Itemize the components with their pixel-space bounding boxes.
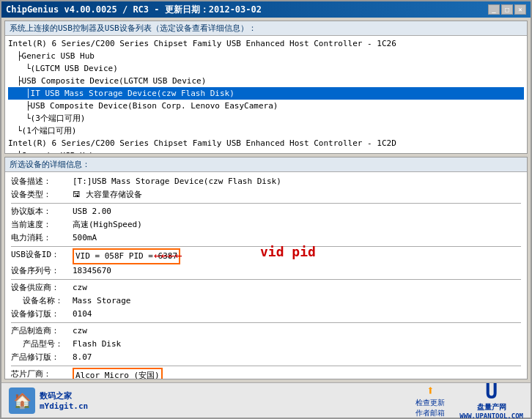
- update-icon: ⬆: [426, 382, 435, 398]
- email-label: 作者邮箱: [415, 408, 445, 418]
- list-item[interactable]: ├Generic USB Hub: [8, 149, 524, 153]
- device-list-header: 系统上连接的USB控制器及USB设备列表（选定设备查看详细信息）：: [5, 21, 527, 36]
- info-row-prod-rev: 产品修订版： 8.07: [11, 351, 521, 364]
- main-window: ChipGenius v4.00.0025 / RC3 - 更新日期：2012-…: [0, 0, 532, 419]
- info-row-serial: 设备序列号： 18345670: [11, 264, 521, 278]
- footer-update-item: ⬆ 检查更新 作者邮箱: [415, 382, 445, 418]
- list-item[interactable]: ├USB Composite Device(Bison Corp. Lenovo…: [8, 100, 524, 112]
- list-item[interactable]: Intel(R) 6 Series/C200 Series Chipset Fa…: [8, 137, 524, 149]
- info-label-model: 产品型号：: [11, 338, 70, 351]
- info-row-devname: 设备名称： Mass Storage: [11, 294, 521, 308]
- info-value-desc: [T:]USB Mass Storage Device(czw Flash Di…: [73, 175, 281, 188]
- info-label-revision: 设备修订版：: [11, 308, 70, 321]
- info-row-protocol: 协议版本： USB 2.00: [11, 205, 521, 218]
- list-item[interactable]: └(3个端口可用): [8, 112, 524, 125]
- list-item[interactable]: └(1个端口可用): [8, 125, 524, 137]
- info-label-power: 电力消耗：: [11, 231, 70, 245]
- vid-pid-annotation: vid pid: [260, 245, 316, 259]
- list-item[interactable]: Intel(R) 6 Series/C200 Series Chipset Fa…: [8, 37, 524, 50]
- footer-brand-right: U 盘量产网 WWW.UPANTOOL.COM: [459, 382, 523, 420]
- footer-site-url: mYdigit.cn: [40, 401, 88, 411]
- update-label: 检查更新: [415, 398, 445, 408]
- info-label-desc: 设备描述：: [11, 175, 70, 188]
- info-value-power: 500mA: [73, 231, 97, 245]
- device-info-section: 所选设备的详细信息： 设备描述： [T:]USB Mass Storage De…: [4, 157, 528, 379]
- list-item-selected[interactable]: │IT USB Mass Storage Device(czw Flash Di…: [8, 87, 524, 100]
- list-item[interactable]: ├USB Composite Device(LGTCM USB Device): [8, 75, 524, 87]
- close-button[interactable]: ×: [514, 4, 526, 15]
- info-row-chip-vendor: 芯片厂商： Alcor Micro (安国): [11, 368, 521, 379]
- brand-url: WWW.UPANTOOL.COM: [459, 412, 523, 420]
- info-row-speed: 当前速度： 高速(HighSpeed): [11, 218, 521, 231]
- info-value-mfr: czw: [73, 325, 87, 338]
- minimize-button[interactable]: _: [488, 4, 500, 15]
- info-row-revision: 设备修订版： 0104: [11, 308, 521, 321]
- arrow-annotation: ←←←←: [154, 249, 182, 262]
- footer-left: 🏠 数码之家 mYdigit.cn: [9, 388, 88, 414]
- info-label-vid: USB设备ID：: [11, 248, 70, 264]
- info-label-serial: 设备序列号：: [11, 264, 70, 278]
- info-row-mfr: 产品制造商： czw: [11, 325, 521, 338]
- info-value-prod-rev: 8.07: [73, 351, 92, 364]
- info-row-vendor: 设备供应商： czw: [11, 281, 521, 294]
- device-info-header: 所选设备的详细信息：: [5, 157, 527, 172]
- home-icon[interactable]: 🏠: [9, 388, 35, 414]
- device-list-header-text: 系统上连接的USB控制器及USB设备列表（选定设备查看详细信息）：: [10, 23, 256, 33]
- device-list-section: 系统上连接的USB控制器及USB设备列表（选定设备查看详细信息）： Intel(…: [4, 21, 528, 154]
- info-label-protocol: 协议版本：: [11, 205, 70, 218]
- info-row-desc: 设备描述： [T:]USB Mass Storage Device(czw Fl…: [11, 175, 521, 188]
- device-list[interactable]: Intel(R) 6 Series/C200 Series Chipset Fa…: [5, 36, 527, 153]
- title-bar: ChipGenius v4.00.0025 / RC3 - 更新日期：2012-…: [1, 1, 531, 18]
- info-row-type: 设备类型： 🖫 大容量存储设备: [11, 188, 521, 201]
- info-content: 设备描述： [T:]USB Mass Storage Device(czw Fl…: [5, 172, 527, 379]
- info-label-mfr: 产品制造商：: [11, 325, 70, 338]
- brand-name: 盘量产网: [477, 402, 506, 412]
- info-value-devname: Mass Storage: [73, 294, 130, 308]
- brand-u-letter: U: [485, 382, 498, 402]
- footer-site-name: 数码之家: [40, 390, 88, 401]
- footer-brand-left: 数码之家 mYdigit.cn: [40, 390, 88, 411]
- list-item[interactable]: ├Generic USB Hub: [8, 50, 524, 62]
- maximize-button[interactable]: □: [501, 4, 513, 15]
- info-row-power: 电力消耗： 500mA: [11, 231, 521, 245]
- info-label-vendor: 设备供应商：: [11, 281, 70, 294]
- info-label-speed: 当前速度：: [11, 218, 70, 231]
- info-label-chip-vendor: 芯片厂商：: [11, 368, 70, 379]
- list-item[interactable]: └(LGTCM USB Device): [8, 62, 524, 75]
- info-value-revision: 0104: [73, 308, 92, 321]
- info-label-prod-rev: 产品修订版：: [11, 351, 70, 364]
- info-value-model: Flash Disk: [73, 338, 121, 351]
- info-value-protocol: USB 2.00: [73, 205, 111, 218]
- info-label-devname: 设备名称：: [11, 294, 70, 308]
- window-title: ChipGenius v4.00.0025 / RC3 - 更新日期：2012-…: [6, 4, 262, 16]
- window-controls: _ □ ×: [488, 4, 526, 15]
- info-value-serial: 18345670: [73, 264, 111, 278]
- footer-right: ⬆ 检查更新 作者邮箱 U 盘量产网 WWW.UPANTOOL.COM: [415, 382, 523, 420]
- footer: 🏠 数码之家 mYdigit.cn ⬆ 检查更新 作者邮箱 U 盘量产网 WWW…: [1, 382, 531, 418]
- info-row-model: 产品型号： Flash Disk: [11, 338, 521, 351]
- info-value-type: 🖫 大容量存储设备: [73, 188, 142, 201]
- info-value-speed: 高速(HighSpeed): [73, 218, 142, 231]
- device-info-header-text: 所选设备的详细信息：: [10, 160, 90, 169]
- info-value-chip-vendor: Alcor Micro (安国): [73, 368, 163, 379]
- main-content: 系统上连接的USB控制器及USB设备列表（选定设备查看详细信息）： Intel(…: [1, 18, 531, 382]
- info-value-vendor: czw: [73, 281, 87, 294]
- info-row-vid: USB设备ID： VID = 058F PID = 6387 vid pid ←…: [11, 248, 521, 264]
- info-label-type: 设备类型：: [11, 188, 70, 201]
